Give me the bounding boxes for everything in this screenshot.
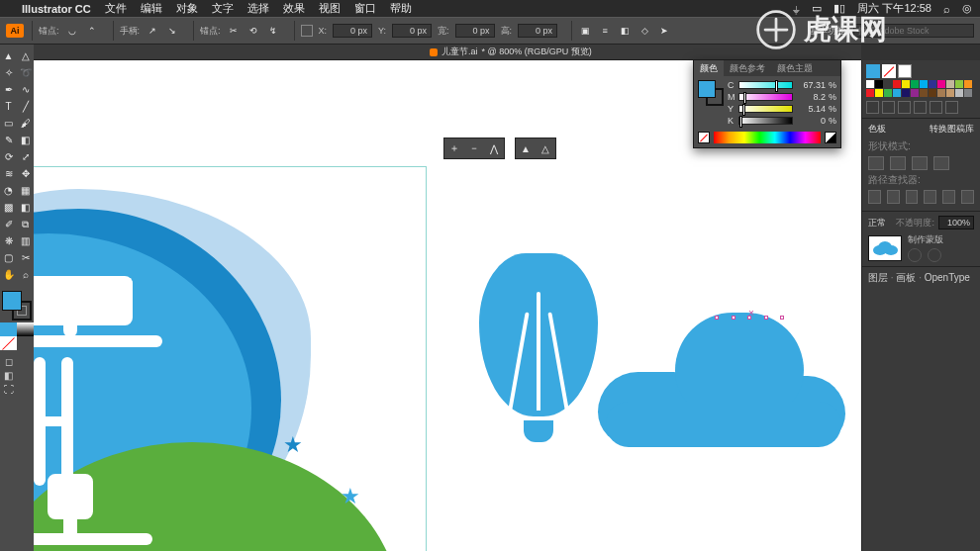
color-panel-fill-stroke[interactable] bbox=[698, 80, 724, 106]
selection-tool-icon[interactable]: ▲ bbox=[516, 138, 536, 158]
eraser-tool[interactable]: ◧ bbox=[17, 132, 34, 148]
spotlight-icon[interactable]: ⌕ bbox=[943, 3, 950, 15]
k-value[interactable]: 0 bbox=[796, 116, 826, 126]
swatch-options-icon[interactable] bbox=[898, 101, 911, 114]
perspective-grid-tool[interactable]: ▦ bbox=[17, 182, 34, 199]
screen-mode-icon[interactable]: ⛶ bbox=[0, 382, 17, 396]
swatch-grid[interactable] bbox=[866, 80, 976, 97]
m-slider[interactable] bbox=[738, 93, 793, 101]
minus-back-icon[interactable] bbox=[961, 190, 974, 204]
blend-tool[interactable]: ⧉ bbox=[17, 216, 34, 232]
convert-anchor-icon[interactable]: ⋀ bbox=[484, 138, 504, 158]
fill-stroke-control[interactable] bbox=[0, 289, 34, 322]
shape-icon[interactable]: ◧ bbox=[618, 24, 632, 38]
m-value[interactable]: 8.2 bbox=[796, 92, 826, 102]
cut-path-icon[interactable]: ↯ bbox=[266, 24, 280, 38]
libraries-search-label[interactable]: 转换图稿库 bbox=[930, 123, 974, 136]
swatch-show-kind-icon[interactable] bbox=[882, 101, 895, 114]
document-tab[interactable]: 儿童节.ai * @ 800% (RGB/GPU 预览) bbox=[430, 46, 592, 58]
transform-icon[interactable]: ◇ bbox=[637, 24, 651, 38]
shape-builder-tool[interactable]: ◔ bbox=[0, 182, 17, 199]
draw-normal-icon[interactable]: ◻ bbox=[0, 354, 17, 368]
status-display-icon[interactable]: ▭ bbox=[812, 2, 822, 15]
swatch-new-group-icon[interactable] bbox=[914, 101, 927, 114]
color-mode-color[interactable] bbox=[0, 322, 17, 336]
y-slider[interactable] bbox=[738, 105, 793, 113]
convert-corner-icon[interactable]: ⌃ bbox=[85, 24, 99, 38]
minus-front-icon[interactable] bbox=[890, 156, 906, 170]
tab-artboards[interactable]: 画板 bbox=[896, 272, 916, 283]
delete-anchor-icon[interactable]: － bbox=[464, 138, 484, 158]
siri-icon[interactable]: ◎ bbox=[962, 2, 972, 15]
menu-app[interactable]: Illustrator CC bbox=[22, 3, 91, 15]
gradient-tool[interactable]: ◧ bbox=[17, 199, 34, 216]
mask-thumbnail[interactable] bbox=[868, 235, 902, 261]
pen-tool[interactable]: ✒ bbox=[0, 81, 17, 98]
artboard-tool[interactable]: ▢ bbox=[0, 249, 17, 266]
c-slider[interactable] bbox=[738, 81, 793, 89]
width-tool[interactable]: ≋ bbox=[0, 165, 17, 182]
color-mode-row[interactable] bbox=[0, 322, 34, 336]
color-none-icon[interactable] bbox=[698, 132, 710, 143]
swatch-registration-icon[interactable] bbox=[898, 64, 912, 78]
floating-toolstrip-select[interactable]: ▲ △ bbox=[515, 138, 556, 159]
y-field[interactable]: 0 px bbox=[392, 24, 432, 38]
swatch-libraries-icon[interactable] bbox=[866, 101, 879, 114]
artwork-cloud-selected[interactable] bbox=[598, 313, 845, 451]
zoom-tool[interactable]: ⌕ bbox=[17, 266, 34, 283]
k-slider[interactable] bbox=[738, 117, 793, 125]
symbol-sprayer-tool[interactable]: ❋ bbox=[0, 232, 17, 249]
crop-icon[interactable] bbox=[924, 190, 936, 204]
fill-swatch[interactable] bbox=[2, 291, 22, 311]
menu-object[interactable]: 对象 bbox=[176, 1, 198, 16]
status-wifi-icon[interactable]: ⏚ bbox=[793, 3, 800, 15]
status-clock[interactable]: 周六 下午12:58 bbox=[857, 1, 931, 16]
stock-search-input[interactable] bbox=[853, 24, 974, 38]
intersect-icon[interactable] bbox=[912, 156, 928, 170]
line-segment-tool[interactable]: ╱ bbox=[17, 98, 34, 115]
curvature-tool[interactable]: ∿ bbox=[17, 81, 34, 98]
swatches-panel[interactable] bbox=[862, 60, 980, 118]
floating-toolstrip-pen[interactable]: ＋ － ⋀ bbox=[443, 138, 505, 159]
unite-icon[interactable] bbox=[868, 156, 884, 170]
draw-behind-icon[interactable]: ◧ bbox=[0, 368, 17, 382]
status-battery-icon[interactable]: ▮▯ bbox=[833, 2, 845, 15]
menu-view[interactable]: 视图 bbox=[319, 1, 341, 16]
merge-icon[interactable] bbox=[906, 190, 919, 204]
selection-tool[interactable]: ▲ bbox=[0, 47, 17, 64]
opacity-field[interactable] bbox=[938, 216, 974, 230]
remove-anchor-icon[interactable]: ✂ bbox=[227, 24, 241, 38]
rotate-tool[interactable]: ⟳ bbox=[0, 148, 17, 165]
arrow-icon[interactable]: ➤ bbox=[657, 24, 671, 38]
tab-color-guide[interactable]: 颜色参考 bbox=[724, 60, 771, 76]
rectangle-tool[interactable]: ▭ bbox=[0, 115, 17, 132]
menu-effect[interactable]: 效果 bbox=[283, 1, 305, 16]
eyedropper-tool[interactable]: ✐ bbox=[0, 216, 17, 232]
color-panel-fill-swatch[interactable] bbox=[698, 80, 716, 98]
hide-handles-icon[interactable]: ↘ bbox=[165, 24, 179, 38]
h-field[interactable]: 0 px bbox=[518, 24, 557, 38]
color-mode-none[interactable] bbox=[0, 336, 17, 350]
w-field[interactable]: 0 px bbox=[455, 24, 495, 38]
invert-toggle-icon[interactable] bbox=[928, 248, 941, 262]
outline-icon[interactable] bbox=[942, 190, 955, 204]
swatch-delete-icon[interactable] bbox=[945, 101, 958, 114]
trim-icon[interactable] bbox=[887, 190, 900, 204]
lasso-tool[interactable]: ➰ bbox=[17, 64, 34, 81]
make-mask-button[interactable]: 制作蒙版 bbox=[908, 233, 943, 246]
column-graph-tool[interactable]: ▥ bbox=[17, 232, 34, 249]
clip-toggle-icon[interactable] bbox=[908, 248, 922, 262]
mesh-tool[interactable]: ▩ bbox=[0, 199, 17, 216]
color-mode-gradient[interactable] bbox=[17, 322, 34, 336]
blend-mode-select[interactable]: 正常 bbox=[868, 217, 886, 230]
menu-window[interactable]: 窗口 bbox=[354, 1, 376, 16]
tab-color-themes[interactable]: 颜色主题 bbox=[771, 60, 819, 76]
color-spectrum[interactable] bbox=[714, 132, 821, 143]
align-icon[interactable]: ≡ bbox=[598, 24, 612, 38]
c-value[interactable]: 67.31 bbox=[796, 80, 826, 90]
reference-point-icon[interactable] bbox=[301, 25, 313, 37]
hand-tool[interactable]: ✋ bbox=[0, 266, 17, 283]
direct-selection-tool[interactable]: △ bbox=[17, 47, 34, 64]
type-tool[interactable]: T bbox=[0, 98, 17, 115]
connect-anchor-icon[interactable]: ⟲ bbox=[246, 24, 260, 38]
